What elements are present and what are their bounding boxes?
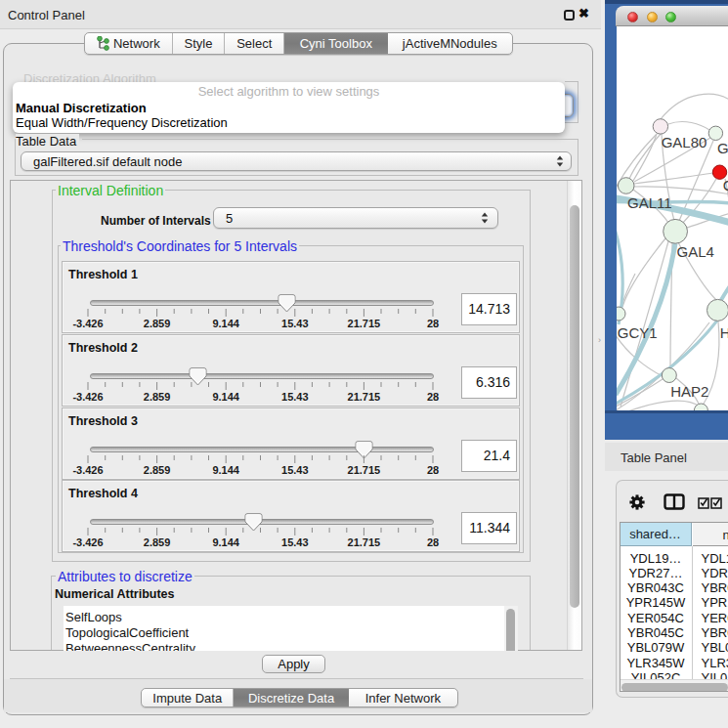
- svg-text:GAL80: GAL80: [662, 134, 707, 150]
- svg-text:GA: GA: [717, 140, 728, 156]
- svg-text:H: H: [720, 324, 728, 341]
- svg-text:GCY1: GCY1: [618, 324, 658, 341]
- svg-text:HAP2: HAP2: [670, 383, 708, 400]
- svg-text:CY: CY: [723, 177, 728, 193]
- svg-text:GAL4: GAL4: [677, 243, 714, 260]
- svg-text:GAL11: GAL11: [627, 194, 672, 211]
